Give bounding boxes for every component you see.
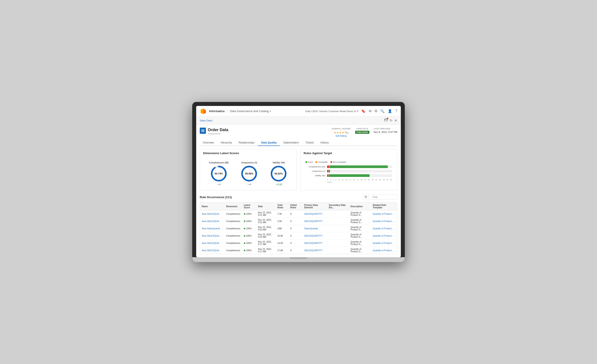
refresh-icon[interactable]: ↻: [390, 119, 393, 122]
breadcrumb[interactable]: Sales Data /: [200, 119, 213, 122]
tab-relationships[interactable]: Relationships: [236, 140, 258, 146]
col-secondary: Secondary Data Ele...: [327, 203, 349, 210]
lifecycle-label: LIFECYCLE: [355, 128, 369, 130]
dimensions-panel: Dimensions Latest Scores Completeness (6…: [200, 149, 297, 190]
row-secondary: [327, 232, 349, 240]
row-secondary: [327, 210, 349, 218]
col-name: Name: [200, 203, 224, 210]
tab-overview[interactable]: Overview: [200, 140, 217, 146]
row-secondary: [327, 240, 349, 247]
copy-icon[interactable]: ⧉: [375, 109, 377, 113]
col-score: Latest Score: [242, 203, 256, 210]
row-template[interactable]: Quantity of Product S...: [371, 240, 397, 247]
table-row: Auto-SALESQUANTIT... Completeness 100% N…: [200, 247, 397, 254]
workspace-name: Unity CDGC Generic Customer Retail Demo …: [305, 110, 356, 113]
validity-value: 96.82%: [275, 172, 283, 175]
uniqueness-change: ↑+0: [247, 183, 251, 186]
row-score: 100%: [242, 247, 256, 254]
last-updated-value: Nov 8, 2022, 9:47 PM: [374, 131, 397, 133]
search-input[interactable]: [371, 195, 397, 199]
table-row: Auto-SALESQUANTIT... Completeness 100% N…: [200, 218, 397, 225]
row-primary[interactable]: SALESQUANTITY: [302, 218, 327, 225]
row-template[interactable]: Quantity of Product S...: [371, 225, 397, 232]
row-dimension: Completeness: [224, 225, 242, 232]
row-template[interactable]: Quantity of Product S...: [371, 218, 397, 225]
search-icon[interactable]: 🔍: [380, 109, 385, 113]
col-template: Related Rule Template: [371, 203, 397, 210]
row-description: Quantity of Product S...: [349, 225, 371, 232]
bookmark-icon[interactable]: 🔖: [361, 109, 366, 113]
tab-stakeholders[interactable]: Stakeholders: [280, 140, 302, 146]
svg-rect-5: [201, 129, 204, 130]
rule-occurrences-table: Name Dimension Latest Score Date Total R…: [200, 202, 397, 254]
col-failed: Failed Rows: [289, 203, 302, 210]
row-total: 14.5K: [276, 240, 289, 247]
row-name[interactable]: Auto-SALESQUANTIT...: [200, 240, 224, 247]
row-template[interactable]: Quantity of Product S...: [371, 232, 397, 240]
row-total: 16M: [276, 225, 289, 232]
validity-change: ↑+0.09: [275, 183, 282, 186]
user-icon[interactable]: 👤: [388, 109, 392, 113]
row-date: Nov 23, 2022, 9:21 AM: [256, 210, 276, 218]
row-description: Quantity of Product S...: [349, 247, 371, 254]
tab-hierarchy[interactable]: Hierarchy: [217, 140, 235, 146]
close-icon[interactable]: ✕: [394, 119, 397, 122]
row-secondary: [327, 225, 349, 232]
mail-icon[interactable]: ✉: [369, 109, 372, 113]
table-row: Auto-SALESQUANTIT... Completeness 100% N…: [200, 240, 397, 247]
validity-chart: Validity (44) 96.82% ↑+0.09: [270, 161, 287, 186]
row-score: 100%: [242, 225, 256, 232]
edit-rating-button[interactable]: Edit Rating: [331, 135, 351, 137]
star-rating: ★★★★★(1): [331, 130, 351, 134]
notification-icon[interactable]: [384, 118, 388, 123]
rule-occurrences-section: Rule Occurrences (111): [200, 194, 397, 254]
row-name[interactable]: Auto-SALESQUANTIT...: [200, 232, 224, 240]
table-row: Auto-SalesQuantity-C... Completeness 100…: [200, 225, 397, 232]
row-name[interactable]: Auto-SALESQUANTIT...: [200, 218, 224, 225]
row-primary[interactable]: SALESQUANTITY: [302, 247, 327, 254]
row-primary[interactable]: SALESQUANTITY: [302, 232, 327, 240]
workspace-selector[interactable]: Unity CDGC Generic Customer Retail Demo …: [305, 110, 359, 113]
completeness-bar-row: Completeness (66): [305, 165, 392, 168]
filter-button[interactable]: [363, 194, 369, 200]
row-primary[interactable]: SalesQuantity: [302, 225, 327, 232]
svg-rect-7: [201, 131, 204, 132]
table-row: Auto-SALESQUANTIT... Completeness 100% N…: [200, 232, 397, 240]
workspace-chevron: ▾: [357, 110, 359, 113]
row-dimension: Completeness: [224, 240, 242, 247]
row-failed: 0: [289, 232, 302, 240]
row-primary[interactable]: SALESQUANTITY: [302, 210, 327, 218]
row-name[interactable]: Auto-SALESQUANTIT...: [200, 247, 224, 254]
row-name[interactable]: Auto-SalesQuantity-C...: [200, 225, 224, 232]
row-secondary: [327, 218, 349, 225]
row-total: 3.5K: [276, 218, 289, 225]
tab-tickets[interactable]: Tickets: [302, 140, 317, 146]
validity-label: Validity (44): [273, 161, 285, 164]
row-failed: 0: [289, 240, 302, 247]
row-template[interactable]: Quantity of Product S...: [371, 247, 397, 254]
table-row: Auto-SALESQUANTIT... Completeness 100% N…: [200, 210, 397, 218]
validity-bar-label: Validity (44): [305, 174, 325, 177]
col-primary: Primary Data Element: [302, 203, 327, 210]
row-name[interactable]: Auto-SALESQUANTIT...: [200, 210, 224, 218]
tab-history[interactable]: History: [317, 140, 332, 146]
app-title: Data Governance and Catalog ▾: [230, 109, 271, 113]
tab-data-quality[interactable]: Data Quality: [258, 140, 280, 146]
row-primary[interactable]: SALESQUANTITY: [302, 240, 327, 247]
help-icon[interactable]: ?: [395, 109, 397, 113]
row-total: 7.4K: [276, 210, 289, 218]
legend-not-acceptable: Not Acceptable: [330, 161, 346, 163]
brand-name: Informatica: [209, 109, 225, 113]
app-title-text: Data Governance and Catalog: [230, 109, 269, 113]
row-template[interactable]: Quantity of Product S...: [371, 210, 397, 218]
uniqueness-bar-row: Uniqueness (1): [305, 170, 392, 173]
asset-type-icon: [200, 128, 206, 134]
lifecycle-badge: PUBLISHED: [355, 131, 369, 134]
row-total: 17.8K: [276, 247, 289, 254]
legend-good: Good: [305, 161, 313, 163]
row-dimension: Completeness: [224, 232, 242, 240]
bar-x-axis: 036912 1518212427 3033363942 45485154: [305, 179, 392, 181]
rules-chart-title: Rules Against Target: [300, 149, 397, 157]
row-failed: 0: [289, 210, 302, 218]
app-title-chevron[interactable]: ▾: [270, 110, 271, 112]
